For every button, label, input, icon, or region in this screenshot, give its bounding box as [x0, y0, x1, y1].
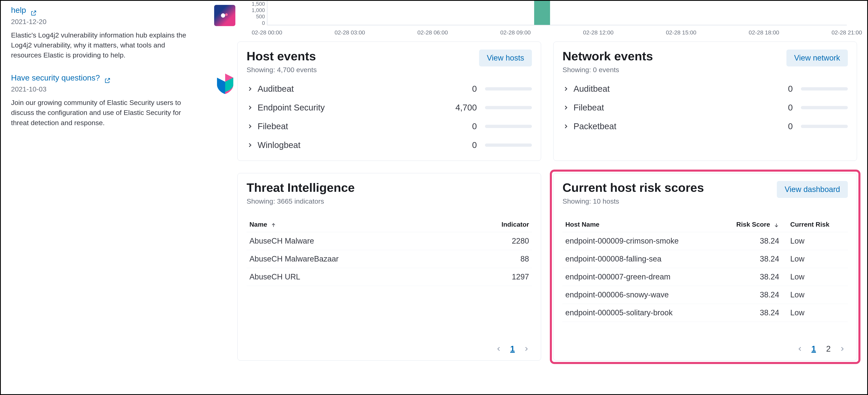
col-hostname-header[interactable]: Host Name [562, 217, 718, 232]
ti-indicator: 2280 [458, 232, 532, 250]
risk-score: 38.24 [718, 250, 782, 268]
chevron-right-icon [247, 86, 253, 92]
pagination: 12 [562, 343, 848, 354]
table-row: endpoint-000009-crimson-smoke38.24Low [562, 232, 848, 250]
chevron-right-icon [247, 123, 253, 130]
col-name-header[interactable]: Name [247, 217, 458, 232]
news-title-text: help [11, 6, 26, 14]
risk-score: 38.24 [718, 232, 782, 250]
table-row: endpoint-000007-green-dream38.24Low [562, 268, 848, 286]
news-link[interactable]: help [11, 6, 37, 14]
risk-score: 38.24 [718, 286, 782, 304]
event-bar [485, 125, 532, 128]
host-events-panel: Host events Showing: 4,700 events View h… [238, 41, 541, 161]
event-source-name: Packetbeat [574, 122, 616, 131]
risk-score: 38.24 [718, 268, 782, 286]
event-row[interactable]: Filebeat0 [247, 117, 532, 136]
event-bar [485, 143, 532, 147]
panel-title: Threat Intelligence [247, 181, 355, 194]
chart-y-tick: 1,000 [241, 7, 265, 13]
event-row[interactable]: Auditbeat0 [247, 79, 532, 98]
event-row[interactable]: Winlogbeat0 [247, 136, 532, 155]
table-row: endpoint-000005-solitary-brook38.24Low [562, 304, 848, 322]
pager-page[interactable]: 1 [809, 343, 818, 354]
sort-desc-icon [774, 222, 779, 228]
event-count: 0 [788, 84, 793, 94]
chart-x-tick: 02-28 18:00 [749, 29, 779, 36]
pager-next[interactable] [523, 345, 530, 352]
pager-prev[interactable] [495, 345, 502, 352]
view-dashboard-button[interactable]: View dashboard [777, 181, 848, 198]
panel-title: Current host risk scores [562, 181, 704, 194]
ti-indicator: 88 [458, 250, 532, 268]
table-row: AbuseCH MalwareBazaar88 [247, 250, 532, 268]
risk-host: endpoint-000009-crimson-smoke [562, 232, 718, 250]
external-link-icon [30, 8, 37, 15]
event-count: 0 [788, 122, 793, 131]
table-row: endpoint-000006-snowy-wave38.24Low [562, 286, 848, 304]
col-riskscore-header[interactable]: Risk Score [718, 217, 782, 232]
event-source-name: Filebeat [574, 103, 604, 112]
risk-host: endpoint-000008-falling-sea [562, 250, 718, 268]
risk-level: Low [782, 268, 848, 286]
event-count: 4,700 [456, 103, 477, 112]
event-row[interactable]: Filebeat0 [562, 98, 848, 117]
event-bar [801, 125, 848, 128]
ti-name: AbuseCH URL [247, 268, 458, 286]
col-indicator-header[interactable]: Indicator [458, 217, 532, 232]
event-count: 0 [788, 103, 793, 112]
chevron-right-icon [562, 123, 569, 130]
threat-intelligence-panel: Threat Intelligence Showing: 3665 indica… [238, 173, 541, 361]
panel-subtitle: Showing: 0 events [562, 66, 653, 74]
news-item: Have security questions? 2021-10-03 Join… [11, 72, 217, 128]
pager-next[interactable] [839, 345, 846, 352]
event-bar [801, 87, 848, 91]
chart-y-tick: 500 [241, 13, 265, 20]
chevron-right-icon [562, 104, 569, 111]
panel-subtitle: Showing: 3665 indicators [247, 197, 355, 205]
table-row: endpoint-000008-falling-sea38.24Low [562, 250, 848, 268]
risk-host: endpoint-000005-solitary-brook [562, 304, 718, 322]
event-source-name: Endpoint Security [257, 103, 325, 112]
event-bar [485, 106, 532, 109]
chevron-right-icon [247, 104, 253, 111]
event-count: 0 [472, 84, 477, 94]
ti-name: AbuseCH MalwareBazaar [247, 250, 458, 268]
chart-x-tick: 02-28 15:00 [666, 29, 696, 36]
event-row[interactable]: Endpoint Security4,700 [247, 98, 532, 117]
risk-level: Low [782, 304, 848, 322]
chart-plot-area [267, 1, 847, 25]
event-row[interactable]: Auditbeat0 [562, 79, 848, 98]
pager-page[interactable]: 2 [824, 343, 833, 354]
chart-x-axis: 02-28 00:0002-28 03:0002-28 06:0002-28 0… [267, 29, 847, 37]
host-risk-table: Host Name Risk Score Current Risk endpoi… [562, 217, 848, 322]
chart-bar[interactable] [534, 1, 550, 25]
chevron-right-icon [247, 142, 253, 149]
chart-y-axis: 1,5001,0005000 [241, 1, 265, 26]
risk-level: Low [782, 286, 848, 304]
threat-intel-table: Name Indicator AbuseCH Malware2280AbuseC… [247, 217, 532, 286]
col-currentrisk-header[interactable]: Current Risk [782, 217, 848, 232]
chart-x-tick: 02-28 12:00 [583, 29, 614, 36]
panel-subtitle: Showing: 10 hosts [562, 197, 704, 205]
event-source-name: Filebeat [257, 122, 288, 131]
risk-host: endpoint-000007-green-dream [562, 268, 718, 286]
news-title-text: Have security questions? [11, 73, 100, 82]
news-description: Elastic's Log4j2 vulnerability informati… [11, 30, 188, 60]
chart-x-tick: 02-28 21:00 [832, 29, 862, 36]
event-bar [801, 106, 848, 109]
news-sidebar: help 2021-12-20 Elastic's Log4j2 vulnera… [1, 1, 227, 394]
pager-page[interactable]: 1 [508, 343, 517, 354]
view-hosts-button[interactable]: View hosts [479, 50, 532, 66]
pager-prev[interactable] [797, 345, 803, 352]
risk-level: Low [782, 232, 848, 250]
event-source-name: Auditbeat [257, 84, 294, 94]
news-link[interactable]: Have security questions? [11, 73, 111, 82]
event-count: 0 [472, 140, 477, 150]
table-row: AbuseCH URL1297 [247, 268, 532, 286]
main-content: 1,5001,0005000 02-28 00:0002-28 03:0002-… [227, 1, 867, 394]
panel-subtitle: Showing: 4,700 events [247, 66, 317, 74]
chart-x-tick: 02-28 03:00 [335, 29, 365, 36]
view-network-button[interactable]: View network [786, 50, 848, 66]
event-row[interactable]: Packetbeat0 [562, 117, 848, 136]
